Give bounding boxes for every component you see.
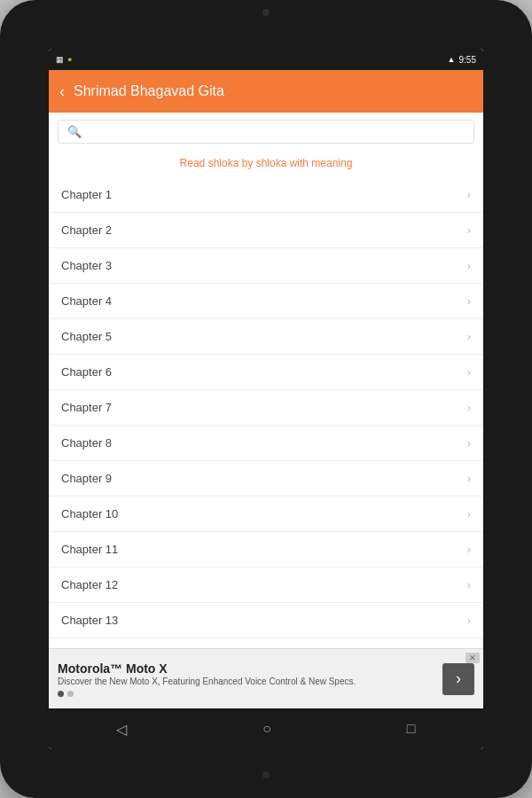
nav-recent-button[interactable]: □ xyxy=(393,714,430,744)
nav-back-button[interactable]: ◁ xyxy=(102,714,141,745)
ad-dot-1 xyxy=(58,691,64,697)
ad-banner: ✕ Motorola™ Moto X Discover the New Moto… xyxy=(49,648,483,708)
ad-subtitle: Discover the New Moto X, Featuring Enhan… xyxy=(58,676,434,687)
status-time: 9:55 xyxy=(459,55,476,65)
chapter-item[interactable]: Chapter 11› xyxy=(49,532,483,567)
back-button[interactable]: ‹ xyxy=(59,82,65,101)
chapter-name: Chapter 2 xyxy=(61,223,112,237)
chapter-name: Chapter 13 xyxy=(61,614,118,627)
chapter-item[interactable]: Chapter 3› xyxy=(49,248,483,284)
chapter-item[interactable]: Chapter 7› xyxy=(49,390,483,426)
chapter-item[interactable]: Chapter 5› xyxy=(49,319,483,355)
device-bottom-button xyxy=(262,771,270,778)
ad-dots xyxy=(58,691,434,697)
chapter-item[interactable]: Chapter 10› xyxy=(49,497,483,532)
chevron-right-icon: › xyxy=(467,614,471,627)
device: ▦ ● ▲ 9:55 ‹ Shrimad Bhagavad Gita 🔍 Rea… xyxy=(0,0,532,798)
search-input-wrapper[interactable]: 🔍 xyxy=(58,120,474,144)
chapter-name: Chapter 12 xyxy=(61,578,118,591)
search-container: 🔍 xyxy=(49,113,483,151)
chevron-right-icon: › xyxy=(467,401,471,414)
ad-next-button[interactable]: › xyxy=(442,663,474,695)
chapter-name: Chapter 1 xyxy=(61,188,112,201)
chevron-right-icon: › xyxy=(467,472,471,485)
chapter-item[interactable]: Chapter 8› xyxy=(49,426,483,461)
search-icon: 🔍 xyxy=(67,125,82,138)
chapter-name: Chapter 4 xyxy=(61,294,112,308)
chevron-right-icon: › xyxy=(467,188,471,201)
chevron-right-icon: › xyxy=(467,223,471,237)
screen: ▦ ● ▲ 9:55 ‹ Shrimad Bhagavad Gita 🔍 Rea… xyxy=(49,49,483,749)
app-header: ‹ Shrimad Bhagavad Gita xyxy=(49,70,483,113)
camera xyxy=(262,9,270,16)
chapter-name: Chapter 8 xyxy=(61,436,112,450)
ad-title: Motorola™ Moto X xyxy=(58,661,434,676)
chapter-name: Chapter 5 xyxy=(61,330,112,343)
ad-content: Motorola™ Moto X Discover the New Moto X… xyxy=(58,661,434,697)
chapter-list: Chapter 1›Chapter 2›Chapter 3›Chapter 4›… xyxy=(49,177,483,648)
chapter-name: Chapter 6 xyxy=(61,365,112,379)
subtitle-link[interactable]: Read shloka by shloka with meaning xyxy=(180,157,353,169)
wifi-icon: ▲ xyxy=(448,55,456,64)
chapter-item[interactable]: Chapter 4› xyxy=(49,284,483,319)
app-title: Shrimad Bhagavad Gita xyxy=(74,83,224,99)
chapter-name: Chapter 10 xyxy=(61,507,118,520)
subtitle-section: Read shloka by shloka with meaning xyxy=(49,151,483,177)
ad-dot-2 xyxy=(67,691,74,697)
chevron-right-icon: › xyxy=(467,259,471,272)
chevron-right-icon: › xyxy=(467,365,471,379)
signal-icon: ● xyxy=(67,55,72,64)
chapter-name: Chapter 7 xyxy=(61,401,112,414)
chapter-item[interactable]: Chapter 6› xyxy=(49,355,483,390)
chevron-right-icon: › xyxy=(467,578,471,591)
chapter-item[interactable]: Chapter 13› xyxy=(49,603,483,638)
chevron-right-icon: › xyxy=(467,507,471,520)
chevron-right-icon: › xyxy=(467,330,471,343)
chevron-right-icon: › xyxy=(467,294,471,308)
nav-home-button[interactable]: ○ xyxy=(248,714,286,744)
status-right-icons: ▲ 9:55 xyxy=(448,55,476,65)
chevron-right-icon: › xyxy=(467,436,471,450)
chapter-name: Chapter 3 xyxy=(61,259,112,272)
status-left-icons: ▦ ● xyxy=(56,55,72,64)
chapter-item[interactable]: Chapter 9› xyxy=(49,461,483,497)
chapter-item[interactable]: Chapter 12› xyxy=(49,567,483,603)
ad-close-button[interactable]: ✕ xyxy=(466,653,480,663)
sim-icon: ▦ xyxy=(56,55,64,64)
navigation-bar: ◁ ○ □ xyxy=(49,708,483,749)
status-bar: ▦ ● ▲ 9:55 xyxy=(49,49,483,70)
chevron-right-icon: › xyxy=(467,543,471,556)
chapter-item[interactable]: Chapter 1› xyxy=(49,177,483,213)
search-input[interactable] xyxy=(87,125,465,138)
chapter-item[interactable]: Chapter 2› xyxy=(49,213,483,248)
chapter-name: Chapter 11 xyxy=(61,543,118,556)
chapter-name: Chapter 9 xyxy=(61,472,112,485)
